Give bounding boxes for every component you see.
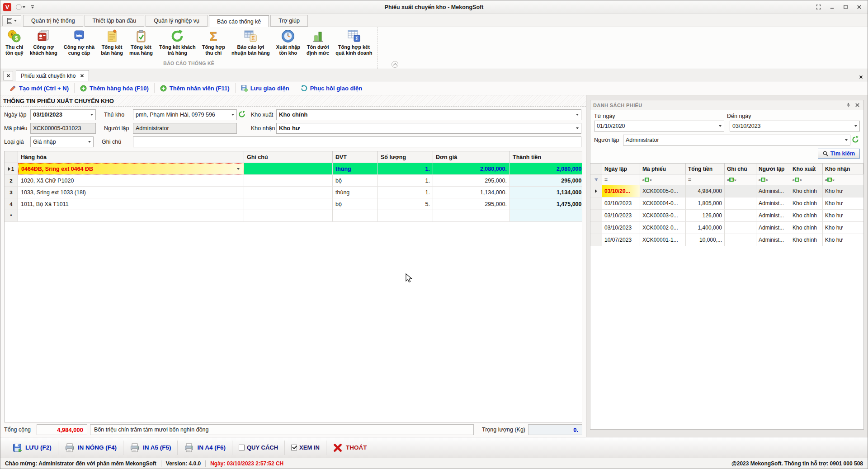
table-row[interactable]: 3 1033, Sring ext 1033 (18l) thùng 1. 1,… [5, 187, 582, 198]
thu-kho-dropdown[interactable]: pmh, Phạm Minh Hải, 0979 596 [133, 109, 237, 120]
column-header-hang-hoa[interactable]: Hàng hóa [18, 151, 244, 163]
ribbon-item-bao-cao-loi-nhuan-ban-hang[interactable]: Σ Báo cáo lợi nhuận bán hàng [228, 28, 273, 61]
filter-cell-ngay-lap[interactable]: = [602, 174, 640, 185]
close-panel-icon[interactable] [854, 102, 861, 109]
table-row[interactable]: 1 0464ĐB, Sring ext 0464 ĐB thùng 1. 2,0… [5, 163, 582, 175]
cell-thanh-tien[interactable]: 1,475,000. [510, 198, 582, 210]
xem-in-checkbox[interactable]: XEM IN [285, 441, 326, 455]
quick-access-button[interactable] [16, 4, 25, 10]
tu-ngay-dropdown[interactable]: 01/10/2020 [594, 121, 724, 131]
refresh-icon[interactable] [238, 111, 246, 119]
column-header-thanh-tien[interactable]: Thành tiền [510, 151, 582, 163]
close-icon[interactable] [853, 3, 865, 11]
in-a5-f5-button[interactable]: IN A5 (F5) [123, 441, 178, 455]
ribbon-item-tong-ket-ban-hang[interactable]: Tổng kết bán hàng [98, 28, 126, 61]
cell-don-gia[interactable]: 2,080,000. [433, 163, 510, 174]
cell-ma-phieu[interactable]: XCK00005-0... [640, 185, 686, 197]
cell-ghi-chu[interactable] [244, 163, 333, 174]
panel-nguoi-lap-dropdown[interactable]: Administrator [623, 135, 850, 145]
filter-cell-ma-phieu[interactable]: aBc [640, 174, 686, 185]
them-hang-hoa-f10-button[interactable]: Thêm hàng hóa (F10) [75, 83, 155, 93]
cell-kho-xuat[interactable]: Kho chính [790, 222, 823, 234]
table-row[interactable]: 03/10/2023 XCK00003-0... 126,000 Adminis… [590, 210, 863, 222]
filter-cell-kho-nhan[interactable]: aBc [823, 174, 863, 185]
cell-dvt[interactable]: thùng [333, 163, 378, 174]
cell-kho-xuat[interactable]: Kho chính [790, 210, 823, 221]
cell-hang-hoa[interactable]: 0464ĐB, Sring ext 0464 ĐB [18, 163, 244, 174]
cell-hang-hoa[interactable]: 1011, Bộ Xã T1011 [18, 198, 244, 210]
luu-giao-dien-button[interactable]: Lưu giao diện [236, 83, 295, 93]
cell-dvt[interactable]: thùng [333, 187, 378, 198]
table-row[interactable]: 10/07/2023 XCK00001-1... 10,000,... Admi… [590, 234, 863, 246]
cell-ngay-lap[interactable]: 10/07/2023 [602, 234, 640, 246]
in-nong-f4-button[interactable]: IN NÓNG (F4) [58, 441, 123, 455]
minimize-icon[interactable] [826, 3, 838, 11]
cell-ghi-chu[interactable] [725, 222, 756, 234]
cell-ma-phieu[interactable]: XCK00001-1... [640, 234, 686, 246]
filter-cell-ghi-chu[interactable]: aBc [725, 174, 756, 185]
cell-ghi-chu[interactable] [244, 198, 333, 210]
cell-ngay-lap[interactable]: 03/10/2023 [602, 222, 640, 234]
cell-kho-xuat[interactable]: Kho chính [790, 234, 823, 246]
ribbon-item-tong-ket-mua-hang[interactable]: Tổng kết mua hàng [126, 28, 156, 61]
pin-icon[interactable] [844, 102, 852, 109]
fullscreen-icon[interactable] [812, 3, 824, 11]
cell-kho-nhan[interactable]: Kho hư [823, 222, 863, 234]
den-ngay-dropdown[interactable]: 03/10/2023 [730, 121, 860, 131]
maximize-icon[interactable] [840, 3, 851, 11]
cell-thanh-tien[interactable]: 1,134,000. [510, 187, 582, 198]
menu-tab-quan-ly-nghiep-vu[interactable]: Quản lý nghiệp vụ [146, 15, 208, 27]
menu-tab-tro-giup[interactable]: Trợ giúp [270, 15, 308, 27]
column-header-dvt[interactable]: ĐVT [333, 151, 378, 163]
ribbon-item-cong-no-nha-cung-cap[interactable]: Công nợ nhà cung cấp [61, 28, 98, 61]
column-header-tong-tien[interactable]: Tổng tiền [686, 164, 725, 174]
tab-phieu-xuat-chuyen-kho[interactable]: Phiếu xuất chuyển kho [16, 70, 89, 81]
search-button[interactable]: Tìm kiếm [818, 149, 860, 159]
column-header-nguoi-lap[interactable]: Người lập [756, 164, 790, 174]
cell-kho-xuat[interactable]: Kho chính [790, 185, 823, 197]
filter-cell-nguoi-lap[interactable]: aBc [756, 174, 790, 185]
cell-kho-nhan[interactable]: Kho hư [823, 234, 863, 246]
cell-hang-hoa[interactable]: 1020, Xã Chữ P1020 [18, 175, 244, 186]
new-row[interactable]: * [5, 210, 582, 222]
cell-ma-phieu[interactable]: XCK00002-0... [640, 222, 686, 234]
cell-ngay-lap[interactable]: 03/10/2023 [602, 210, 640, 221]
cell-so-luong[interactable]: 1. [378, 163, 433, 174]
cell-ma-phieu[interactable]: XCK00004-0... [640, 197, 686, 209]
pane-splitter[interactable] [586, 95, 590, 437]
cell-nguoi-lap[interactable]: Administ... [756, 197, 790, 209]
quy-cach-checkbox[interactable]: QUY CÁCH [232, 441, 285, 455]
table-row[interactable]: 4 1011, Bộ Xã T1011 bộ 5. 295,000. 1,475… [5, 198, 582, 210]
filter-cell-tong-tien[interactable]: = [686, 174, 725, 185]
cell-don-gia[interactable]: 295,000. [433, 175, 510, 186]
ghi-chu-input[interactable] [133, 136, 581, 147]
kho-xuat-dropdown[interactable]: Kho chính [276, 109, 581, 120]
phuc-hoi-giao-dien-button[interactable]: Phục hồi giao diện [295, 83, 368, 93]
cell-ghi-chu[interactable] [244, 187, 333, 198]
column-header-don-gia[interactable]: Đơn giá [433, 151, 510, 163]
column-header-ghi-chu[interactable]: Ghi chú [725, 164, 756, 174]
cell-thanh-tien[interactable]: 295,000. [510, 175, 582, 186]
menu-tab-thiet-lap-ban-dau[interactable]: Thiết lập ban đầu [85, 15, 145, 27]
cell-tong-tien[interactable]: 126,000 [686, 210, 725, 221]
cell-ghi-chu[interactable] [725, 197, 756, 209]
cell-dvt[interactable]: bộ [333, 198, 378, 210]
cell-hang-hoa[interactable]: 1033, Sring ext 1033 (18l) [18, 187, 244, 198]
column-header-kho-nhan[interactable]: Kho nhận [823, 164, 863, 174]
column-header-ghi-chu[interactable]: Ghi chú [244, 151, 333, 163]
nguoi-lap-field[interactable]: Administrator [133, 123, 237, 134]
application-menu-button[interactable] [2, 15, 21, 26]
cell-don-gia[interactable]: 295,000. [433, 198, 510, 210]
cell-kho-xuat[interactable]: Kho chính [790, 197, 823, 209]
ribbon-collapse-button[interactable] [392, 61, 398, 68]
cell-tong-tien[interactable]: 10,000,... [686, 234, 725, 246]
cell-nguoi-lap[interactable]: Administ... [756, 185, 790, 197]
cell-ma-phieu[interactable]: XCK00003-0... [640, 210, 686, 221]
ma-phieu-field[interactable]: XCK00005-031023 [30, 123, 96, 134]
column-header-so-luong[interactable]: Số lượng [378, 151, 433, 163]
cell-ngay-lap[interactable]: 03/10/2023 [602, 197, 640, 209]
cell-tong-tien[interactable]: 1,805,000 [686, 197, 725, 209]
loai-gia-dropdown[interactable]: Giá nhập [30, 136, 94, 147]
ribbon-item-cong-no-khach-hang[interactable]: Công nợ khách hàng [27, 28, 61, 61]
cell-tong-tien[interactable]: 4,984,000 [686, 185, 725, 197]
